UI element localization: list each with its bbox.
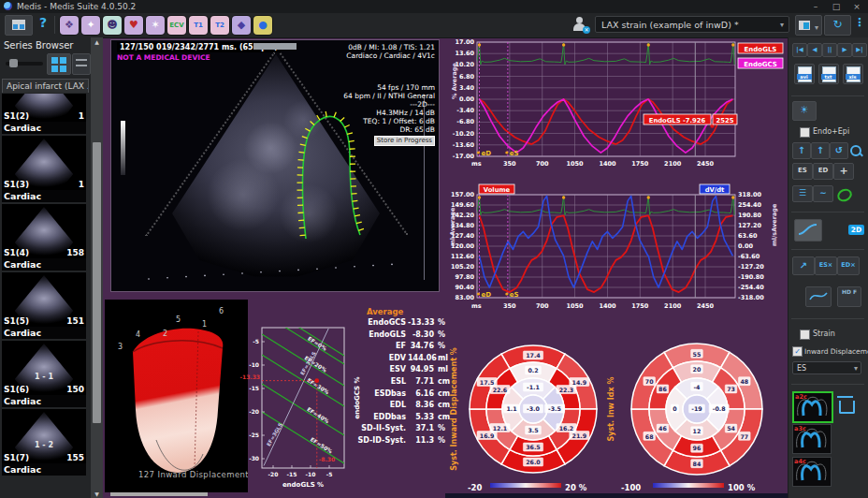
pause-button[interactable]: || — [822, 43, 837, 57]
app-t1-button[interactable]: T1 — [189, 16, 208, 35]
series-item-S1(7)[interactable]: 1 - 2S1(7)155Cardiac — [2, 409, 86, 476]
app-qsock-button[interactable]: ✶ — [146, 16, 165, 35]
series-thumbnail[interactable]: S1(3)1 — [2, 136, 86, 190]
propagate-button[interactable]: ↗ — [792, 256, 815, 275]
strain-checkbox[interactable] — [800, 330, 810, 340]
thumbnail-size-slider[interactable] — [6, 62, 43, 66]
grid-view-button[interactable] — [47, 53, 71, 75]
series-item-S1(4)[interactable]: S1(4)158Cardiac — [2, 204, 86, 271]
app-qmass-button[interactable]: ❖ — [60, 16, 79, 35]
svg-text:1050: 1050 — [567, 160, 585, 168]
series-thumbnail[interactable]: 1 - 1S1(6)150 — [2, 341, 86, 395]
workspace-dropdown[interactable]: LAX strain (example of inwD) * ▾ — [595, 16, 789, 33]
step-back-button[interactable]: ◀ — [807, 43, 822, 57]
volume-chart[interactable]: 157.00149.60142.20134.80127.40120.00112.… — [445, 183, 788, 320]
ultrasound-viewport[interactable]: 127/150 019/2342/2771 ms. (65 bpm) NOT A… — [110, 39, 440, 292]
curve-tool-button[interactable]: ∼ — [813, 185, 833, 202]
endo-epi-checkbox[interactable] — [800, 127, 810, 138]
strain-chart[interactable]: 17.0013.6010.206.803.400.00-3.40-6.80-10… — [445, 37, 788, 180]
export-txt-button[interactable]: txt — [818, 64, 839, 84]
app-qflow-button[interactable]: ✦ — [81, 16, 100, 35]
app-viewer-button[interactable]: ● — [253, 16, 272, 35]
minimize-button[interactable]: – — [808, 0, 823, 13]
delete-view-button[interactable] — [839, 401, 855, 414]
measurement-value: 8.36 — [408, 401, 434, 409]
series-thumbnail[interactable]: 1 - 2S1(7)155 — [2, 409, 86, 463]
help-button[interactable]: ? — [39, 15, 47, 30]
zoom-icon[interactable] — [850, 145, 861, 156]
series-item-S1(3)[interactable]: S1(3)1Cardiac — [2, 136, 86, 202]
model-3d-panel[interactable]: 123456 127 Inward Displacement — [105, 300, 248, 492]
app-qheart-button[interactable]: ♥ — [124, 16, 143, 35]
undo-button[interactable]: ↺ — [830, 142, 848, 159]
phase-select[interactable]: ES ▾ — [792, 361, 861, 374]
ed-delete-button[interactable]: ED× — [837, 256, 860, 275]
cine-progress-bar[interactable] — [253, 43, 297, 50]
export-xls-button[interactable]: xls — [843, 64, 863, 84]
monitor-icon — [799, 21, 810, 30]
svg-text:86: 86 — [658, 386, 667, 392]
skip-end-button[interactable]: ▶| — [852, 43, 867, 57]
study-tab[interactable]: Apical infarct (LAX ... — [2, 79, 89, 93]
curve-mode-button[interactable] — [794, 219, 822, 242]
spline-button[interactable] — [805, 286, 832, 307]
app-q3d-button[interactable]: ☻ — [103, 16, 122, 35]
series-label: Cardiac — [2, 122, 86, 134]
inward-displacement-checkbox[interactable]: ✓ — [792, 346, 803, 357]
kebab-menu-button[interactable]: ⋮ — [854, 16, 865, 29]
hdf-button[interactable]: HD F — [837, 286, 861, 307]
app-t2-button[interactable]: T2 — [210, 16, 229, 35]
view-thumbnail-a2c[interactable]: a2c — [792, 391, 833, 423]
shift-up-button[interactable]: ↑ — [792, 142, 811, 159]
step-forward-button[interactable]: ▶ — [837, 43, 852, 57]
svg-text:21.9: 21.9 — [572, 432, 587, 439]
es-delete-button[interactable]: ES× — [815, 256, 837, 275]
measurement-value: 11.3 — [408, 436, 434, 445]
layout-grid-button[interactable] — [5, 15, 33, 36]
move-contour-button[interactable]: + — [833, 163, 854, 180]
svg-text:350: 350 — [503, 302, 516, 310]
layers-button[interactable]: ☰ — [792, 185, 813, 202]
series-item-S1(2)[interactable]: S1(2)1Cardiac — [2, 94, 86, 134]
layout-reset-button[interactable]: ↻ — [824, 15, 851, 36]
measurement-value: -8.30 — [408, 330, 434, 339]
horizontal-scrollbar[interactable] — [110, 492, 208, 496]
scrollbar-thumb[interactable] — [93, 142, 101, 423]
layout-save-button[interactable]: ▾ — [795, 15, 822, 36]
brightness-button[interactable]: ☀ — [792, 101, 817, 121]
svg-text:105.20: 105.20 — [451, 263, 475, 271]
ellipse-tool-icon[interactable] — [835, 186, 854, 204]
skip-start-button[interactable]: |◀ — [792, 43, 807, 57]
spline-icon — [808, 288, 829, 303]
scroll-up-icon[interactable]: ▲ — [91, 38, 103, 45]
medis-logo-icon — [4, 2, 12, 10]
ed-contour-button[interactable]: ED — [813, 163, 833, 180]
view-thumbnail-a4c[interactable]: a4c — [792, 457, 832, 487]
maximize-button[interactable]: □ — [829, 0, 844, 13]
app-strain-button[interactable]: ◆ — [232, 16, 251, 35]
series-thumbnail[interactable]: S1(4)158 — [2, 204, 86, 258]
slider-knob[interactable] — [9, 59, 18, 67]
series-scrollbar[interactable]: ▲ ▼ — [91, 37, 103, 498]
export-avi-button[interactable]: avi — [794, 64, 815, 84]
es-contour-button[interactable]: ES — [792, 163, 813, 180]
user-session-icon[interactable]: ✕ — [572, 17, 587, 32]
view-thumbnail-a3c[interactable]: a3c — [792, 424, 832, 454]
series-thumbnail[interactable]: S1(5)151 — [2, 272, 86, 327]
close-button[interactable]: × — [849, 0, 864, 13]
series-item-S1(5)[interactable]: S1(5)151Cardiac — [2, 272, 86, 339]
series-item-S1(6)[interactable]: 1 - 1S1(6)150Cardiac — [2, 341, 86, 407]
svg-text:-5: -5 — [253, 338, 259, 344]
endo-epi-label: Endo+Epi — [813, 127, 849, 136]
series-thumbnail[interactable]: S1(2)1 — [2, 94, 86, 122]
series-frame-count: 1 — [79, 180, 84, 189]
mode-2d-badge[interactable]: 2D — [848, 225, 864, 235]
scroll-down-icon[interactable]: ▼ — [91, 491, 103, 497]
measurement-label: ESL — [354, 377, 406, 386]
app-ecv-button[interactable]: ECV — [167, 16, 186, 35]
svg-text:1050: 1050 — [567, 302, 585, 310]
svg-text:22.6: 22.6 — [493, 387, 508, 393]
list-view-button[interactable] — [72, 53, 91, 75]
scale-up-button[interactable]: ↑ — [811, 142, 830, 159]
svg-text:0.2: 0.2 — [528, 367, 538, 374]
